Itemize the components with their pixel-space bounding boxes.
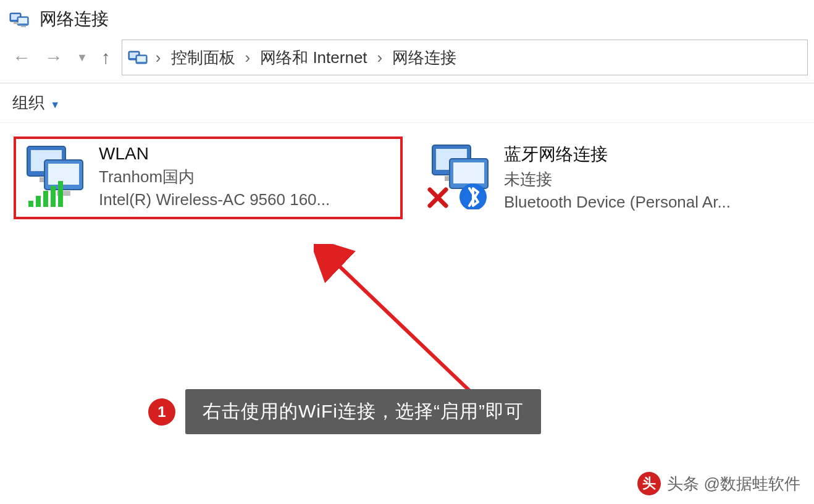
svg-rect-14 xyxy=(48,164,79,185)
connection-adapter: Bluetooth Device (Personal Ar... xyxy=(504,193,731,212)
wlan-text: WLAN Tranhom国内 Intel(R) Wireless-AC 9560… xyxy=(99,143,330,209)
svg-rect-5 xyxy=(21,26,26,27)
svg-rect-4 xyxy=(14,22,19,24)
organize-button[interactable]: 组织 ▼ xyxy=(12,92,60,114)
back-button[interactable]: ← xyxy=(12,47,31,68)
bluetooth-text: 蓝牙网络连接 未连接 Bluetooth Device (Personal Ar… xyxy=(504,141,731,212)
forward-button[interactable]: → xyxy=(44,47,63,68)
svg-rect-17 xyxy=(36,196,41,207)
breadcrumb-network-connections[interactable]: 网络连接 xyxy=(388,47,460,69)
connection-adapter: Intel(R) Wireless-AC 9560 160... xyxy=(99,190,330,209)
organize-label: 组织 xyxy=(12,93,44,112)
annotation-step-badge: 1 xyxy=(148,398,175,426)
chevron-down-icon: ▼ xyxy=(50,99,60,110)
svg-rect-19 xyxy=(51,186,56,207)
svg-line-30 xyxy=(332,259,474,395)
connection-item-wlan[interactable]: WLAN Tranhom国内 Intel(R) Wireless-AC 9560… xyxy=(14,136,403,219)
breadcrumb-network-internet[interactable]: 网络和 Internet xyxy=(256,47,371,69)
annotation-callout: 1 右击使用的WiFi连接，选择“启用”即可 xyxy=(148,389,541,434)
connection-network: Tranhom国内 xyxy=(99,166,330,188)
bluetooth-adapter-icon xyxy=(425,141,493,209)
network-connections-icon xyxy=(9,10,31,28)
breadcrumb-control-panel[interactable]: 控制面板 xyxy=(167,47,239,69)
svg-rect-9 xyxy=(137,56,146,62)
connection-item-bluetooth[interactable]: 蓝牙网络连接 未连接 Bluetooth Device (Personal Ar… xyxy=(419,136,800,217)
recent-dropdown-icon[interactable]: ▼ xyxy=(77,51,88,64)
watermark: 头 头条 @数据蛙软件 xyxy=(637,472,800,495)
watermark-icon: 头 xyxy=(637,472,661,495)
breadcrumb-separator: › xyxy=(243,48,253,67)
connection-name: 蓝牙网络连接 xyxy=(504,143,731,166)
window-title: 网络连接 xyxy=(40,7,109,31)
connection-name: WLAN xyxy=(99,144,330,164)
up-button[interactable]: ↑ xyxy=(101,47,122,68)
watermark-text: 头条 @数据蛙软件 xyxy=(667,473,800,495)
network-connections-icon xyxy=(127,49,149,66)
breadcrumb-separator: › xyxy=(375,48,385,67)
toolbar: 组织 ▼ xyxy=(0,83,814,123)
annotation-arrow-icon xyxy=(314,244,499,405)
breadcrumb-separator: › xyxy=(153,48,164,67)
annotation-text: 右击使用的WiFi连接，选择“启用”即可 xyxy=(185,389,541,434)
svg-rect-18 xyxy=(43,191,48,207)
connection-status: 未连接 xyxy=(504,169,731,190)
svg-rect-20 xyxy=(58,181,63,207)
title-bar: 网络连接 xyxy=(0,0,814,37)
svg-rect-3 xyxy=(19,18,27,23)
content-area: WLAN Tranhom国内 Intel(R) Wireless-AC 9560… xyxy=(0,123,814,233)
svg-rect-16 xyxy=(28,201,33,207)
svg-rect-25 xyxy=(453,162,484,183)
nav-arrows: ← → ▼ xyxy=(6,47,101,68)
navigation-row: ← → ▼ ↑ › 控制面板 › 网络和 Internet › 网络连接 xyxy=(0,37,814,83)
wlan-adapter-icon xyxy=(20,143,88,211)
address-bar[interactable]: › 控制面板 › 网络和 Internet › 网络连接 xyxy=(122,40,808,75)
